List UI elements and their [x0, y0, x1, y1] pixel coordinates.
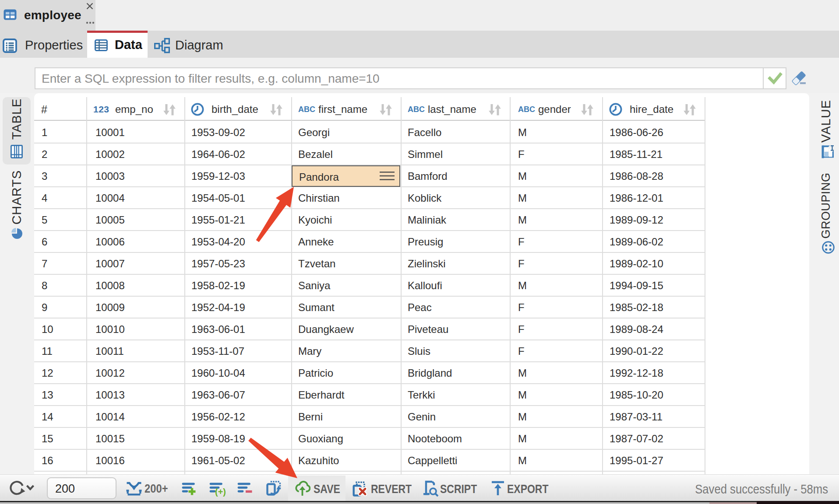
svg-text:(+): (+) — [215, 487, 226, 497]
